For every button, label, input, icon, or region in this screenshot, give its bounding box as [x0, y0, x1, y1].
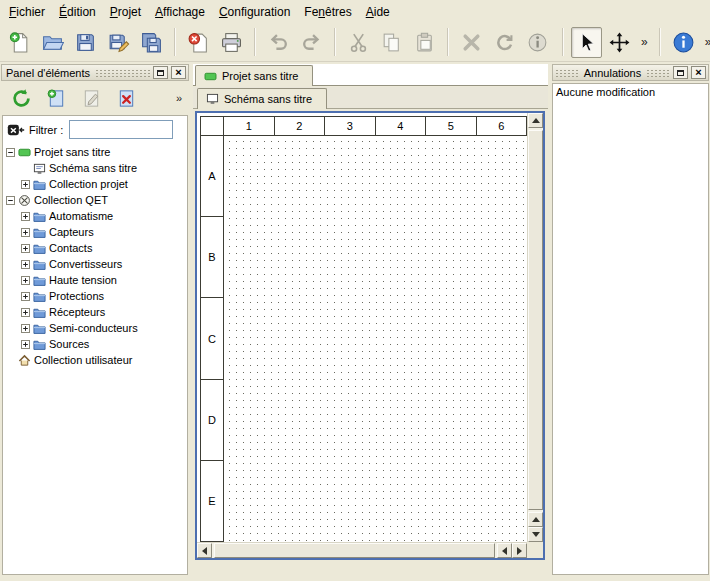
dock-handle[interactable] — [95, 68, 150, 77]
tree-item-automatisme[interactable]: Automatisme — [3, 208, 187, 224]
tree-item-collection-utilisateur[interactable]: Collection utilisateur — [3, 352, 187, 368]
expand-icon[interactable] — [21, 276, 30, 285]
menu-affichage[interactable]: Affichage — [148, 2, 212, 22]
folder-icon — [33, 306, 46, 319]
expand-icon[interactable] — [21, 292, 30, 301]
close-panel-button[interactable]: × — [171, 66, 186, 79]
menu-edition[interactable]: Édition — [52, 2, 103, 22]
scroll-left-button[interactable] — [197, 543, 212, 558]
delete-button — [456, 27, 487, 58]
open-button[interactable] — [37, 27, 68, 58]
menu-configuration[interactable]: Configuration — [212, 2, 297, 22]
collapse-icon[interactable] — [6, 148, 15, 157]
undo-history-item[interactable]: Aucune modification — [556, 86, 705, 98]
scroll-right-button[interactable] — [512, 543, 527, 558]
tree-item-collection-projet[interactable]: Collection projet — [3, 176, 187, 192]
scroll-down-button[interactable] — [528, 527, 543, 542]
cut-button — [343, 27, 374, 58]
project-tab-label: Projet sans titre — [222, 70, 298, 82]
expander-spacer — [21, 164, 30, 173]
tree-item-protections[interactable]: Protections — [3, 288, 187, 304]
menu-fenetres[interactable]: Fenêtres — [297, 2, 358, 22]
expand-icon[interactable] — [21, 228, 30, 237]
redo-button — [296, 27, 327, 58]
expand-icon[interactable] — [21, 340, 30, 349]
edit-element-button — [78, 85, 105, 112]
project-icon — [204, 71, 217, 82]
undo-panel-titlebar[interactable]: Annulations × — [552, 64, 709, 81]
expand-icon[interactable] — [21, 212, 30, 221]
filter-input[interactable] — [69, 120, 173, 139]
tree-item-capteurs[interactable]: Capteurs — [3, 224, 187, 240]
scroll-up-button-alt[interactable] — [528, 512, 543, 527]
close-file-button[interactable] — [183, 27, 214, 58]
tab-project[interactable]: Projet sans titre — [195, 65, 313, 86]
tree-item-convertisseurs[interactable]: Convertisseurs — [3, 256, 187, 272]
toolbar-separator — [334, 28, 336, 56]
folder-icon — [33, 322, 46, 335]
toolbar-overflow-button[interactable]: » — [637, 35, 652, 49]
collapse-icon[interactable] — [6, 196, 15, 205]
scroll-left-button-alt[interactable] — [497, 543, 512, 558]
expand-icon[interactable] — [21, 244, 30, 253]
horizontal-scroll-thumb[interactable] — [214, 543, 495, 558]
row-header-E: E — [200, 461, 224, 542]
schema-sheet: 123456 ABCDE — [197, 113, 527, 542]
menu-fichier[interactable]: Fichier — [2, 2, 52, 22]
tab-schema[interactable]: Schéma sans titre — [197, 88, 327, 109]
panel-toolbar-overflow-button[interactable]: » — [176, 92, 182, 104]
scroll-up-button[interactable] — [528, 113, 543, 128]
horizontal-scroll-track[interactable] — [212, 543, 497, 558]
save-button[interactable] — [70, 27, 101, 58]
toolbar-separator — [174, 28, 176, 56]
menu-aide[interactable]: Aide — [359, 2, 397, 22]
tree-item-collection-qet[interactable]: Collection QET — [3, 192, 187, 208]
schema-view-wrap: 123456 ABCDE — [193, 109, 548, 575]
row-headers: ABCDE — [200, 136, 224, 542]
undo-panel-title: Annulations — [582, 67, 644, 79]
vertical-scroll-thumb[interactable] — [528, 130, 543, 510]
arrow-left-icon — [198, 547, 207, 555]
delete-element-button[interactable] — [113, 85, 140, 112]
tree-item-projet-sans-titre[interactable]: Projet sans titre — [3, 144, 187, 160]
new-element-button[interactable] — [43, 85, 70, 112]
project-tabbar: Projet sans titre — [193, 64, 548, 86]
elements-panel-titlebar[interactable]: Panel d'éléments × — [1, 64, 189, 81]
undo-history-list[interactable]: Aucune modification — [552, 83, 709, 575]
ruler-corner — [200, 116, 224, 136]
pan-mode-button[interactable] — [604, 27, 635, 58]
save-as-button[interactable] — [103, 27, 134, 58]
scrollbar-corner — [527, 542, 543, 558]
vertical-scrollbar[interactable] — [527, 113, 543, 542]
select-mode-button[interactable] — [571, 27, 602, 58]
float-panel-button[interactable] — [673, 66, 688, 79]
expand-icon[interactable] — [21, 180, 30, 189]
reload-collections-button[interactable] — [8, 85, 35, 112]
expander-spacer — [6, 356, 15, 365]
horizontal-scrollbar[interactable] — [197, 542, 527, 558]
close-panel-button[interactable]: × — [691, 66, 706, 79]
tree-item-haute-tension[interactable]: Haute tension — [3, 272, 187, 288]
toolbar-separator — [254, 28, 256, 56]
tree-item-sources[interactable]: Sources — [3, 336, 187, 352]
dock-handle[interactable] — [555, 68, 579, 77]
print-button[interactable] — [216, 27, 247, 58]
save-all-button[interactable] — [136, 27, 167, 58]
tree-item-semi-conducteurs[interactable]: Semi-conducteurs — [3, 320, 187, 336]
new-file-button[interactable] — [4, 27, 35, 58]
expand-icon[interactable] — [21, 260, 30, 269]
tree-item-recepteurs[interactable]: Récepteurs — [3, 304, 187, 320]
folder-icon — [33, 290, 46, 303]
dock-handle[interactable] — [646, 68, 670, 77]
expand-icon[interactable] — [21, 308, 30, 317]
about-qet-button[interactable] — [668, 27, 699, 58]
toolbar-overflow-button[interactable]: » — [701, 35, 710, 49]
schema-canvas[interactable] — [224, 136, 527, 542]
menu-projet[interactable]: Projet — [103, 2, 148, 22]
float-panel-button[interactable] — [153, 66, 168, 79]
clear-filter-icon[interactable] — [7, 121, 25, 139]
tree-item-schema-sans-titre[interactable]: Schéma sans titre — [3, 160, 187, 176]
vertical-scroll-track[interactable] — [528, 128, 543, 512]
expand-icon[interactable] — [21, 324, 30, 333]
tree-item-contacts[interactable]: Contacts — [3, 240, 187, 256]
